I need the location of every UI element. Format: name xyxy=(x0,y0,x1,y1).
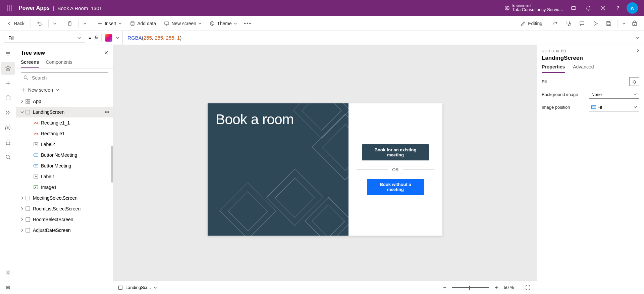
new-screen-row[interactable]: New screen xyxy=(16,85,113,95)
data-rail-button[interactable] xyxy=(1,91,15,105)
virtual-agent-rail-button[interactable] xyxy=(1,281,15,294)
insert-rail-button[interactable] xyxy=(1,77,15,90)
paste-button[interactable] xyxy=(64,18,76,29)
undo-more-button[interactable] xyxy=(51,18,58,29)
more-icon[interactable]: ••• xyxy=(103,109,111,115)
share-button[interactable] xyxy=(549,18,561,29)
new-screen-button[interactable]: New screen xyxy=(161,18,205,29)
insert-button[interactable]: Insert xyxy=(94,18,125,29)
scrollbar-thumb[interactable] xyxy=(111,146,113,183)
tree-view-button[interactable] xyxy=(1,62,15,75)
avatar-initial: A xyxy=(631,5,634,11)
app-checker-button[interactable] xyxy=(562,18,575,29)
image-position-select[interactable]: Fit xyxy=(589,103,639,111)
tab-components[interactable]: Components xyxy=(46,59,72,68)
paint-bucket-icon xyxy=(632,79,637,84)
close-panel-button[interactable]: ✕ xyxy=(104,50,108,56)
environment-name: Tata Consultancy Servic… xyxy=(513,7,564,12)
svg-rect-42 xyxy=(26,228,30,232)
canvas-screen[interactable]: Book a room Book for an existing meeting… xyxy=(208,103,442,236)
virtual-agent-button[interactable] xyxy=(566,0,581,16)
properties-panel: SCREEN ? LandingScreen Properties Advanc… xyxy=(537,45,644,294)
svg-point-16 xyxy=(211,23,212,23)
fit-to-screen-button[interactable] xyxy=(524,284,532,292)
zoom-slider[interactable] xyxy=(452,287,489,288)
formula-input[interactable]: RGBA(255, 255, 255, 1) xyxy=(123,31,631,45)
tree-item-label2[interactable]: Label2 xyxy=(16,139,113,150)
publish-button[interactable] xyxy=(629,18,641,29)
svg-point-17 xyxy=(212,22,212,22)
tree-item-landingscreen[interactable]: LandingScreen ••• xyxy=(16,107,113,117)
help-button[interactable] xyxy=(610,0,625,16)
tree-item-label1[interactable]: Label1 xyxy=(16,171,113,182)
svg-rect-31 xyxy=(28,102,30,103)
svg-point-21 xyxy=(6,96,10,97)
chevron-right-icon xyxy=(20,218,24,221)
tree-item-buttonnomeeting[interactable]: ButtonNoMeeting xyxy=(16,150,113,160)
stethoscope-icon xyxy=(566,20,572,27)
tab-properties[interactable]: Properties xyxy=(542,64,565,73)
panel-collapse-button[interactable] xyxy=(636,48,640,53)
settings-button[interactable] xyxy=(596,0,610,16)
save-more-button[interactable] xyxy=(621,18,627,29)
tree-item-rectangle1-1[interactable]: Rectangle1_1 xyxy=(16,117,113,128)
waffle-button[interactable] xyxy=(3,1,16,15)
comments-button[interactable] xyxy=(576,18,588,29)
back-button[interactable]: Back xyxy=(3,18,28,29)
copilot-icon[interactable] xyxy=(105,34,112,42)
avatar[interactable]: A xyxy=(627,2,638,14)
notifications-button[interactable] xyxy=(581,0,596,16)
fill-color-picker[interactable] xyxy=(629,77,639,86)
tab-advanced[interactable]: Advanced xyxy=(573,64,594,73)
save-button[interactable] xyxy=(603,18,615,29)
tree-item-image1[interactable]: Image1 xyxy=(16,182,113,193)
comment-icon xyxy=(579,20,585,27)
environment-picker[interactable]: Environment Tata Consultancy Servic… xyxy=(504,4,564,12)
shape-icon xyxy=(33,131,39,137)
help-icon[interactable]: ? xyxy=(561,49,566,53)
paste-more-button[interactable] xyxy=(82,18,88,29)
search-input[interactable] xyxy=(21,72,108,83)
background-image-select[interactable]: None xyxy=(589,90,639,99)
globe-icon xyxy=(504,5,510,11)
undo-button[interactable] xyxy=(34,18,46,29)
add-data-button[interactable]: Add data xyxy=(126,18,159,29)
book-without-meeting-button[interactable]: Book without a meeting xyxy=(367,179,424,195)
zoom-in-button[interactable]: + xyxy=(492,284,500,292)
plus-icon xyxy=(5,80,11,86)
publish-icon xyxy=(632,20,638,27)
formula-fx-area: = fx xyxy=(85,31,123,45)
tab-screens[interactable]: Screens xyxy=(21,59,39,68)
screen-selector[interactable]: LandingScr... xyxy=(118,285,157,290)
tree-item-rectangle1[interactable]: Rectangle1 xyxy=(16,128,113,139)
preview-button[interactable] xyxy=(589,18,601,29)
editing-mode-button[interactable]: Editing xyxy=(517,18,548,29)
media-rail-button[interactable] xyxy=(1,106,15,119)
search-rail-button[interactable] xyxy=(1,150,15,164)
settings-rail-button[interactable] xyxy=(1,266,15,279)
tree-item-app[interactable]: App xyxy=(16,96,113,107)
svg-point-23 xyxy=(7,272,9,274)
tests-rail-button[interactable] xyxy=(1,136,15,149)
expand-formula-button[interactable] xyxy=(631,31,644,45)
tree-item-roomselect[interactable]: RoomSelectScreen xyxy=(16,214,113,225)
bot-icon xyxy=(5,284,11,290)
help-icon xyxy=(615,5,621,11)
variables-rail-button[interactable]: (x) xyxy=(1,121,15,134)
left-rail: (x) xyxy=(0,45,16,294)
tree-item-roomlistselect[interactable]: RoomListSelectScreen xyxy=(16,203,113,214)
overflow-button[interactable]: ••• xyxy=(242,18,254,29)
tree-label: RoomSelectScreen xyxy=(33,217,111,222)
theme-button[interactable]: Theme xyxy=(206,18,240,29)
screen-icon xyxy=(164,21,169,26)
svg-rect-43 xyxy=(119,286,122,289)
tree-item-adjustdate[interactable]: AdjustDateScreen xyxy=(16,225,113,236)
chevron-down-icon xyxy=(234,22,237,25)
tree-item-meetingselect[interactable]: MeetingSelectScreen xyxy=(16,193,113,203)
svg-point-22 xyxy=(6,155,9,158)
book-existing-meeting-button[interactable]: Book for an existing meeting xyxy=(362,144,429,160)
property-selector[interactable]: Fill xyxy=(4,33,85,43)
tree-item-buttonmeeting[interactable]: ButtonMeeting xyxy=(16,160,113,171)
hamburger-button[interactable] xyxy=(1,47,15,60)
zoom-out-button[interactable]: − xyxy=(441,284,449,292)
